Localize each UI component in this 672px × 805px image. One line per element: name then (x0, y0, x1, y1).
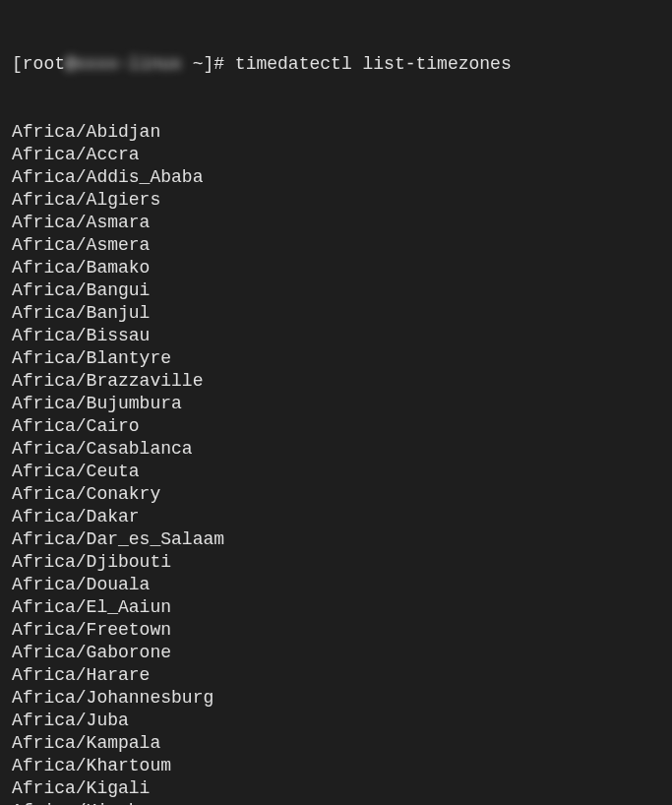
output-line: Africa/Casablanca (12, 438, 660, 461)
output-line: Africa/Brazzaville (12, 370, 660, 393)
prompt-suffix: ~]# (182, 53, 235, 76)
prompt-prefix: [root (12, 53, 65, 76)
terminal-window[interactable]: [root@xxxx-linux ~]# timedatectl list-ti… (12, 8, 660, 805)
output-line: Africa/Harare (12, 664, 660, 687)
output-line: Africa/Cairo (12, 415, 660, 438)
output-line: Africa/Accra (12, 144, 660, 166)
output-line: Africa/Bujumbura (12, 393, 660, 415)
command-prompt-line: [root@xxxx-linux ~]# timedatectl list-ti… (12, 53, 660, 76)
output-line: Africa/El_Aaiun (12, 596, 660, 619)
output-line: Africa/Algiers (12, 189, 660, 212)
output-line: Africa/Conakry (12, 483, 660, 506)
output-line: Africa/Freetown (12, 619, 660, 642)
output-line: Africa/Dar_es_Salaam (12, 528, 660, 551)
output-line: Africa/Ceuta (12, 461, 660, 483)
command-text: timedatectl list-timezones (235, 53, 512, 76)
output-line: Africa/Kinshasa (12, 800, 660, 805)
command-output: Africa/AbidjanAfrica/AccraAfrica/Addis_A… (12, 121, 660, 805)
output-line: Africa/Asmera (12, 234, 660, 257)
output-line: Africa/Douala (12, 574, 660, 596)
output-line: Africa/Abidjan (12, 121, 660, 144)
prompt-hostname-obscured: @xxxx-linux (65, 53, 182, 76)
output-line: Africa/Asmara (12, 212, 660, 234)
output-line: Africa/Addis_Ababa (12, 166, 660, 189)
output-line: Africa/Johannesburg (12, 687, 660, 710)
output-line: Africa/Kigali (12, 777, 660, 800)
output-line: Africa/Juba (12, 710, 660, 732)
output-line: Africa/Djibouti (12, 551, 660, 574)
output-line: Africa/Banjul (12, 302, 660, 325)
output-line: Africa/Bissau (12, 325, 660, 347)
output-line: Africa/Blantyre (12, 347, 660, 370)
output-line: Africa/Bangui (12, 279, 660, 302)
output-line: Africa/Gaborone (12, 642, 660, 664)
output-line: Africa/Kampala (12, 732, 660, 755)
output-line: Africa/Bamako (12, 257, 660, 279)
output-line: Africa/Dakar (12, 506, 660, 528)
output-line: Africa/Khartoum (12, 755, 660, 777)
